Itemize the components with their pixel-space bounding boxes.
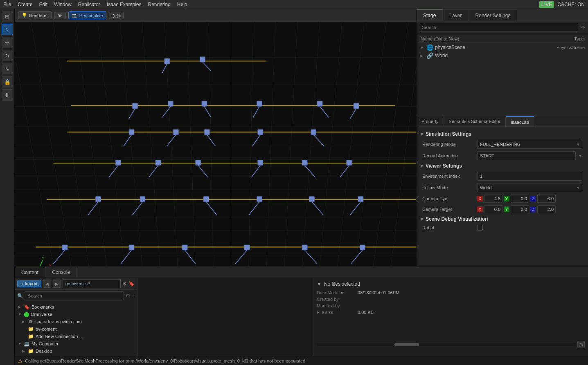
menu-edit[interactable]: Edit [39,2,47,7]
perspective-button[interactable]: 📷 Perspective [68,11,106,19]
svg-rect-80 [203,197,209,202]
menu-replicator[interactable]: Replicator [78,2,100,7]
svg-rect-40 [164,58,170,64]
bookmarks-icon: 🔖 [24,304,30,310]
tab-layer[interactable]: Layer [443,9,469,21]
file-item-bookmarks[interactable]: ▶ 🔖 Bookmarks [16,303,135,311]
file-item-add-connection[interactable]: 📁 Add New Connection ... [16,333,135,340]
toolbar-grid-btn[interactable]: ⊞ [2,11,13,22]
svg-rect-57 [173,130,178,135]
physics-icon: 🌐 [426,44,433,51]
tab-console[interactable]: Console [45,267,77,278]
follow-mode-value[interactable]: World ▼ [477,183,582,192]
section-chevron-viewer: ▼ [420,164,424,168]
audio-button[interactable]: ((·)) [109,12,124,19]
stage-item-world[interactable]: ▶ 🔗 World [418,52,586,60]
menu-rendering[interactable]: Rendering [148,2,170,7]
prop-record-animation: Record Animation START ▼ [419,150,586,161]
add-conn-icon: 📁 [28,334,34,339]
bottom-scrollbar-row: ⊞ [317,316,585,348]
file-search-input[interactable] [25,291,124,300]
svg-rect-90 [62,245,68,250]
toolbar-rotate-btn[interactable]: ↻ [2,50,13,61]
file-item-isaac-dev[interactable]: ▶ 🖥 isaac-dev.ov.nvidia.com [16,318,135,325]
robot-label: Robot [422,225,475,230]
search-icon: 🔍 [17,293,23,299]
file-item-my-computer[interactable]: ▼ 💻 My Computer [16,340,135,347]
toolbar-translate-btn[interactable]: ✛ [2,37,13,48]
menu-create[interactable]: Create [18,2,32,7]
camera-target-coords: X Y Z [477,205,556,213]
file-item-desktop[interactable]: ▶ 📁 Desktop [16,347,135,355]
x-label2: X [477,206,483,212]
menu-help[interactable]: Help [177,2,187,7]
toolbar-select-btn[interactable]: ↖ [2,24,13,35]
renderer-label: Renderer [29,13,48,18]
stage-item-physicsscene[interactable]: ▼ 🌐 physicsScene PhysicsScene [418,43,586,52]
nav-forward-btn[interactable]: ▶ [53,280,61,288]
eye-button[interactable]: 👁 [54,12,66,19]
renderer-button[interactable]: 💡 Renderer [18,11,52,19]
omniverse-label: Omniverse [31,312,52,317]
toolbar-snap-btn[interactable]: 🔒 [2,76,13,87]
camera-target-z[interactable] [537,205,556,213]
list-view-icon[interactable]: ≡ [132,293,135,299]
menu-window[interactable]: Window [54,2,72,7]
section-sim-label: Simulation Settings [426,131,471,137]
modified-by-label: Modified by [317,303,358,308]
tab-property[interactable]: Property [417,116,444,127]
camera-eye-z[interactable] [537,195,556,203]
tab-content[interactable]: Content [15,267,45,278]
svg-rect-47 [257,101,262,106]
desktop-icon: 📁 [28,348,34,354]
ov-content-label: ov-content [36,327,56,331]
svg-rect-45 [168,101,173,106]
my-computer-label: My Computer [32,341,59,346]
menu-isaac-examples[interactable]: Isaac Examples [107,2,142,7]
toolbar-pause-btn[interactable]: ⏸ [2,89,13,101]
camera-target-y[interactable] [511,205,529,213]
viewport-canvas[interactable]: X Y [15,22,416,266]
svg-rect-94 [302,245,307,250]
renderer-icon: 💡 [22,13,27,18]
filter-icon[interactable]: ⚙ [581,25,586,31]
camera-eye-y[interactable] [511,195,529,203]
physics-label: physicsScene [435,45,465,50]
tab-semantics[interactable]: Semantics Schema Editor [444,116,506,127]
svg-rect-71 [347,160,352,166]
tab-render-settings[interactable]: Render Settings [469,9,517,21]
nav-back-btn[interactable]: ◀ [43,280,51,288]
section-viewer-settings[interactable]: ▼ Viewer Settings [419,161,586,170]
section-viewer-label: Viewer Settings [426,163,462,169]
filter-options-icon[interactable]: ⚙ [126,293,130,299]
tab-stage[interactable]: Stage [417,9,443,21]
rendering-mode-value[interactable]: FULL_RENDERING ▼ [477,140,582,149]
tab-isaaclab[interactable]: IsaacLab [506,116,534,127]
prop-follow-mode: Follow Mode World ▼ [419,182,586,193]
record-anim-value[interactable]: START [477,151,576,160]
section-simulation-settings[interactable]: ▼ Simulation Settings [419,130,586,139]
horizontal-scrollbar[interactable] [317,343,576,346]
expand-desktop: ▶ [22,349,26,353]
desktop-label: Desktop [36,349,52,354]
section-scene-debug[interactable]: ▼ Scene Debug Visualization [419,215,586,224]
file-item-ov-content[interactable]: 📁 ov-content [16,325,135,333]
col-type: Type [574,36,584,41]
path-bar[interactable]: omniverse:// [63,279,121,288]
camera-target-x[interactable] [484,205,502,213]
env-index-value[interactable]: 1 [477,172,582,181]
camera-eye-x[interactable] [484,195,502,203]
prop-robot: Robot [419,224,586,232]
robot-checkbox[interactable] [477,225,483,231]
menu-file[interactable]: File [3,2,11,7]
grid-view-icon[interactable]: ⊞ [577,341,585,348]
stage-tree: Name (Old to New) Type ▼ 🌐 physicsScene … [417,34,588,116]
import-button[interactable]: + Import [17,280,41,287]
prop-camera-target: Camera Target X Y Z [419,204,586,215]
bookmark-icon[interactable]: 🔖 [128,281,135,287]
filter-icon2[interactable]: ⚙ [122,281,127,287]
toolbar-scale-btn[interactable]: ⤡ [2,63,13,74]
file-size-value: 0.00 KB [358,310,374,315]
file-item-omniverse[interactable]: ▼ ⬤ Omniverse [16,311,135,318]
stage-search-input[interactable] [419,23,579,32]
